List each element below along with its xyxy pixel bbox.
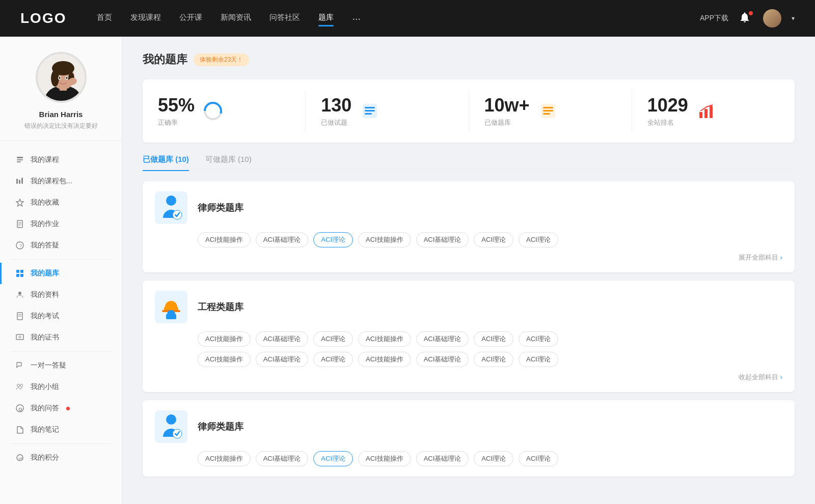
tag-3-7[interactable]: ACI理论 xyxy=(519,451,558,466)
tag-2-11[interactable]: ACI技能操作 xyxy=(358,352,411,367)
user-avatar[interactable] xyxy=(763,9,781,27)
tag-3-3[interactable]: ACI理论 xyxy=(313,451,353,466)
tag-2-14[interactable]: ACI理论 xyxy=(519,352,558,367)
svg-point-29 xyxy=(18,292,21,295)
qbank-expand-footer-1: 展开全部科目 › xyxy=(155,253,782,262)
nav-discover[interactable]: 发现课程 xyxy=(130,13,161,24)
tag-2-2[interactable]: ACI基础理论 xyxy=(256,331,309,347)
stats-row: 55% 正确率 130 已做试题 xyxy=(143,79,795,143)
sidebar-item-course-package[interactable]: 我的课程包... xyxy=(0,171,122,192)
stat-questions-done-value: 130 已做试题 xyxy=(321,95,351,127)
tab-done-banks[interactable]: 已做题库 (10) xyxy=(143,155,189,171)
page-title: 我的题库 xyxy=(143,52,187,67)
svg-rect-46 xyxy=(365,110,375,111)
group-icon xyxy=(15,382,24,391)
expand-all-1[interactable]: 展开全部科目 › xyxy=(739,254,782,261)
tag-3-1[interactable]: ACI技能操作 xyxy=(198,451,251,466)
svg-rect-26 xyxy=(20,270,23,273)
tag-2-9[interactable]: ACI基础理论 xyxy=(256,352,309,367)
sidebar-item-notes[interactable]: 我的笔记 xyxy=(0,419,122,440)
tag-2-8[interactable]: ACI技能操作 xyxy=(198,352,251,367)
tag-1-1[interactable]: ACI技能操作 xyxy=(198,232,251,247)
tag-1-2[interactable]: ACI基础理论 xyxy=(256,232,309,247)
sidebar-item-one-on-one[interactable]: 一对一答疑 xyxy=(0,355,122,376)
svg-rect-12 xyxy=(17,157,23,158)
sidebar-label-points: 我的积分 xyxy=(31,453,59,462)
qbank-title-1: 律师类题库 xyxy=(198,202,243,214)
sidebar-label-course: 我的课程 xyxy=(31,155,59,164)
avatar-chevron-icon[interactable]: ▾ xyxy=(792,15,795,22)
sidebar-item-exam[interactable]: 我的考试 xyxy=(0,305,122,327)
sidebar-item-points[interactable]: pts 我的积分 xyxy=(0,447,122,468)
tab-available-banks[interactable]: 可做题库 (10) xyxy=(205,155,252,171)
navbar-right: APP下载 ▾ xyxy=(700,9,795,27)
sidebar-item-qa-answer[interactable]: ? 我的答疑 xyxy=(0,235,122,256)
nav-qa[interactable]: 问答社区 xyxy=(269,13,300,24)
svg-rect-15 xyxy=(16,179,18,184)
tag-2-4[interactable]: ACI技能操作 xyxy=(358,331,411,347)
tag-2-3[interactable]: ACI理论 xyxy=(313,331,353,347)
qbank-tags-3: ACI技能操作 ACI基础理论 ACI理论 ACI技能操作 ACI基础理论 AC… xyxy=(155,451,782,466)
sidebar-item-question-bank[interactable]: 我的题库 xyxy=(0,263,122,284)
profile-motto: 错误的决定比没有决定要好 xyxy=(24,122,98,130)
stat-banks-done-value: 10w+ 已做题库 xyxy=(484,95,530,127)
sidebar-item-group[interactable]: 我的小组 xyxy=(0,376,122,398)
notification-bell[interactable] xyxy=(739,11,753,25)
collapse-all-2[interactable]: 收起全部科目 › xyxy=(739,373,782,381)
svg-point-35 xyxy=(17,384,20,387)
svg-rect-16 xyxy=(19,180,20,184)
homework-icon xyxy=(15,219,24,229)
nav-home[interactable]: 首页 xyxy=(97,13,112,24)
tag-2-10[interactable]: ACI理论 xyxy=(313,352,353,367)
sidebar-item-favorites[interactable]: 我的收藏 xyxy=(0,192,122,213)
tag-2-1[interactable]: ACI技能操作 xyxy=(198,331,251,347)
lawyer-bank-icon xyxy=(155,191,187,224)
nav-question-bank[interactable]: 题库 xyxy=(318,13,334,24)
question-bank-icon xyxy=(15,269,24,278)
svg-rect-17 xyxy=(21,178,23,184)
svg-point-9 xyxy=(59,77,61,79)
nav-news[interactable]: 新闻资讯 xyxy=(221,13,251,24)
svg-rect-27 xyxy=(16,274,19,277)
qbank-title-3: 律师类题库 xyxy=(198,421,243,433)
tag-2-12[interactable]: ACI基础理论 xyxy=(416,352,469,367)
sidebar-item-my-qa[interactable]: Q 我的问答 xyxy=(0,398,122,419)
nav-opencourse[interactable]: 公开课 xyxy=(179,13,202,24)
tag-2-6[interactable]: ACI理论 xyxy=(474,331,513,347)
tag-1-5[interactable]: ACI基础理论 xyxy=(416,232,469,247)
questions-done-icon xyxy=(360,101,380,121)
tag-2-5[interactable]: ACI基础理论 xyxy=(416,331,469,347)
tag-2-7[interactable]: ACI理论 xyxy=(519,331,558,347)
stat-rank-value: 1029 全站排名 xyxy=(647,95,688,127)
svg-point-34 xyxy=(19,336,21,338)
tag-3-2[interactable]: ACI基础理论 xyxy=(256,451,309,466)
sidebar-label-notes: 我的笔记 xyxy=(31,425,59,434)
stat-banks-done: 10w+ 已做题库 xyxy=(469,90,632,132)
accuracy-icon xyxy=(203,101,223,121)
sidebar-divider-2 xyxy=(10,351,112,352)
sidebar-item-course[interactable]: 我的课程 xyxy=(0,149,122,171)
tag-1-7[interactable]: ACI理论 xyxy=(519,232,558,247)
tag-1-4[interactable]: ACI技能操作 xyxy=(358,232,411,247)
qbank-collapse-footer-2: 收起全部科目 › xyxy=(155,372,782,382)
tag-3-4[interactable]: ACI技能操作 xyxy=(358,451,411,466)
app-download-link[interactable]: APP下载 xyxy=(700,14,728,23)
navbar: LOGO 首页 发现课程 公开课 新闻资讯 问答社区 题库 ··· APP下载 … xyxy=(0,0,815,37)
sidebar-item-profile[interactable]: 我的资料 xyxy=(0,284,122,305)
lawyer-bank-icon-2 xyxy=(155,410,187,443)
sidebar-item-homework[interactable]: 我的作业 xyxy=(0,213,122,235)
svg-rect-28 xyxy=(20,274,23,277)
tag-1-3[interactable]: ACI理论 xyxy=(313,232,353,247)
sidebar-item-certificate[interactable]: 我的证书 xyxy=(0,327,122,348)
page-header: 我的题库 体验剩余23天！ xyxy=(143,52,795,67)
one-on-one-icon xyxy=(15,361,24,370)
tag-1-6[interactable]: ACI理论 xyxy=(474,232,513,247)
logo: LOGO xyxy=(20,10,66,26)
stat-rank: 1029 全站排名 xyxy=(632,90,795,132)
nav-more[interactable]: ··· xyxy=(352,13,361,24)
tag-2-13[interactable]: ACI理论 xyxy=(474,352,513,367)
svg-rect-52 xyxy=(699,112,702,118)
tag-3-6[interactable]: ACI理论 xyxy=(474,451,513,466)
svg-rect-33 xyxy=(16,334,23,340)
tag-3-5[interactable]: ACI基础理论 xyxy=(416,451,469,466)
